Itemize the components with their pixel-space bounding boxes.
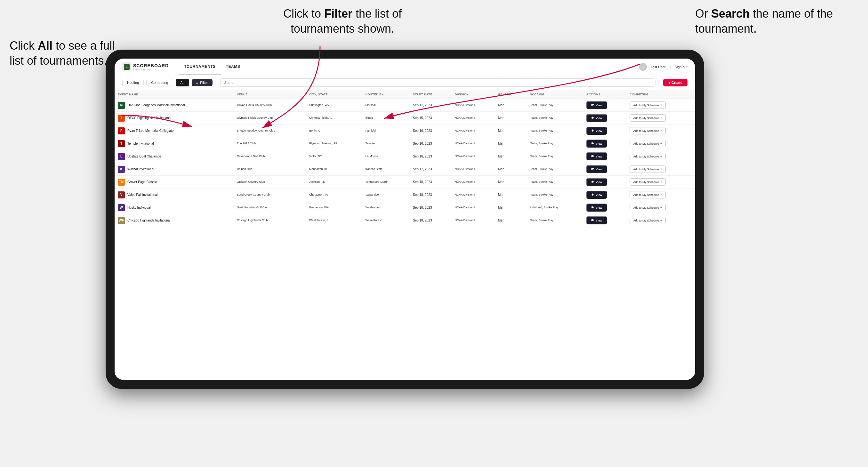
cell-hosted-8: Washington [362,201,410,214]
cell-date-8: Sep 18, 2023 [410,201,452,214]
view-button-1[interactable]: 👁 View [586,114,607,122]
cell-event-name-4: L Upstate Dual Challenge [115,150,234,163]
plus-icon-0: + [660,103,662,107]
cell-actions-6: 👁 View [583,176,626,189]
cell-actions-7: 👁 View [583,189,626,201]
add-schedule-button-0[interactable]: Add to My Schedule + [629,101,665,109]
cell-division-8: NCAA Division I [452,201,495,214]
eye-icon-0: 👁 [591,103,594,107]
cell-competing-6: Add to My Schedule + [626,176,695,189]
view-button-3[interactable]: 👁 View [586,139,607,148]
view-button-8[interactable]: 👁 View [586,204,607,212]
col-scoring: SCORING [527,90,584,99]
cell-gender-1: Men [495,112,527,125]
view-button-9[interactable]: 👁 View [586,216,607,224]
col-gender: GENDER [495,90,527,99]
cell-gender-6: Men [495,176,527,189]
col-city-state: CITY, STATE [306,90,362,99]
cell-date-5: Sep 17, 2023 [410,163,452,176]
create-button[interactable]: + Create [663,79,687,86]
view-button-5[interactable]: 👁 View [586,165,607,173]
view-button-4[interactable]: 👁 View [586,152,607,160]
cell-competing-0: Add to My Schedule + [626,99,695,112]
event-name-text-6: Grover Page Classic [127,180,157,184]
col-hosted-by: HOSTED BY [362,90,410,99]
plus-icon-1: + [660,116,662,120]
view-button-2[interactable]: 👁 View [586,127,607,135]
table-header-row: EVENT NAME VENUE CITY, STATE HOSTED BY S… [115,90,695,99]
filter-button[interactable]: ≡ Filter [192,79,213,86]
cell-gender-5: Men [495,163,527,176]
table-row: T Temple Invitational The 1912 Club Plym… [115,137,695,150]
plus-icon-6: + [660,180,662,184]
table-row: I OFCC Fighting Illini Invitational Olym… [115,112,695,125]
nav-right: Test User | Sign out [639,63,687,71]
add-schedule-button-6[interactable]: Add to My Schedule + [629,178,665,186]
table-row: W Husky Individual Gold Mountain Golf Cl… [115,201,695,214]
tab-competing[interactable]: Competing [146,79,173,86]
cell-competing-4: Add to My Schedule + [626,150,695,163]
add-schedule-button-2[interactable]: Add to My Schedule + [629,127,665,134]
cell-gender-4: Men [495,150,527,163]
cell-scoring-6: Team, Stroke Play [527,176,584,189]
cell-event-name-3: T Temple Invitational [115,137,234,150]
cell-actions-4: 👁 View [583,150,626,163]
table-container: EVENT NAME VENUE CITY, STATE HOSTED BY S… [115,90,695,380]
nav-links: TOURNAMENTS TEAMS [179,59,639,75]
view-button-6[interactable]: 👁 View [586,178,607,186]
add-schedule-button-3[interactable]: Add to My Schedule + [629,140,665,147]
logo-sub-text: Powered by clippd [133,68,169,70]
tab-hosting[interactable]: Hosting [122,79,144,86]
add-schedule-button-9[interactable]: Add to My Schedule + [629,217,665,224]
add-schedule-button-7[interactable]: Add to My Schedule + [629,191,665,198]
event-logo-1: I [118,115,125,122]
cell-date-9: Sep 18, 2023 [410,214,452,227]
user-avatar [639,63,647,71]
event-name-text-5: Wildcat Invitational [127,167,154,171]
nav-link-teams[interactable]: TEAMS [221,59,246,75]
add-schedule-button-4[interactable]: Add to My Schedule + [629,153,665,160]
tab-all[interactable]: All [176,79,189,86]
cell-event-name-9: WF Chicago Highlands Invitational [115,214,234,227]
plus-icon-2: + [660,129,662,132]
cell-division-0: NCAA Division I [452,99,495,112]
event-logo-4: L [118,153,125,160]
add-schedule-button-5[interactable]: Add to My Schedule + [629,165,665,173]
cell-hosted-2: Fairfield [362,125,410,137]
add-schedule-button-8[interactable]: Add to My Schedule + [629,204,665,211]
event-name-text-0: 2023 Joe Feaganes Marshall Invitational [127,103,185,107]
event-logo-6: TM [118,179,125,186]
filter-icon: ≡ [196,81,198,85]
cell-scoring-4: Team, Stroke Play [527,150,584,163]
cell-event-name-1: I OFCC Fighting Illini Invitational [115,112,234,125]
cell-event-name-2: F Ryan T. Lee Memorial Collegiate [115,125,234,137]
cell-actions-2: 👁 View [583,125,626,137]
cell-gender-0: Men [495,99,527,112]
search-input[interactable] [220,79,656,87]
cell-scoring-1: Team, Stroke Play [527,112,584,125]
add-schedule-button-1[interactable]: Add to My Schedule + [629,114,665,122]
view-button-7[interactable]: 👁 View [586,191,607,199]
annotation-search: Or Search the name of the tournament. [695,6,849,36]
annotation-all: Click All to see a full list of tourname… [9,38,131,68]
cell-event-name-5: K Wildcat Invitational [115,163,234,176]
col-start-date: START DATE [410,90,452,99]
view-button-0[interactable]: 👁 View [586,101,607,109]
cell-scoring-3: Team, Stroke Play [527,137,584,150]
nav-link-tournaments[interactable]: TOURNAMENTS [179,59,221,75]
cell-city-7: Chesterton, IN [306,189,362,201]
cell-competing-7: Add to My Schedule + [626,189,695,201]
cell-hosted-6: Tennessee-Martin [362,176,410,189]
cell-competing-3: Add to My Schedule + [626,137,695,150]
cell-venue-5: Colbert Hills [234,163,306,176]
cell-actions-1: 👁 View [583,112,626,125]
cell-scoring-8: Individual, Stroke Play [527,201,584,214]
eye-icon-8: 👁 [591,206,594,209]
event-logo-8: W [118,204,125,211]
cell-hosted-5: Kansas State [362,163,410,176]
cell-division-7: NCAA Division I [452,189,495,201]
cell-event-name-6: TM Grover Page Classic [115,176,234,189]
cell-venue-0: Guyan Golf & Country Club [234,99,306,112]
sign-out-link[interactable]: Sign out [675,65,687,69]
event-logo-9: WF [118,217,125,224]
